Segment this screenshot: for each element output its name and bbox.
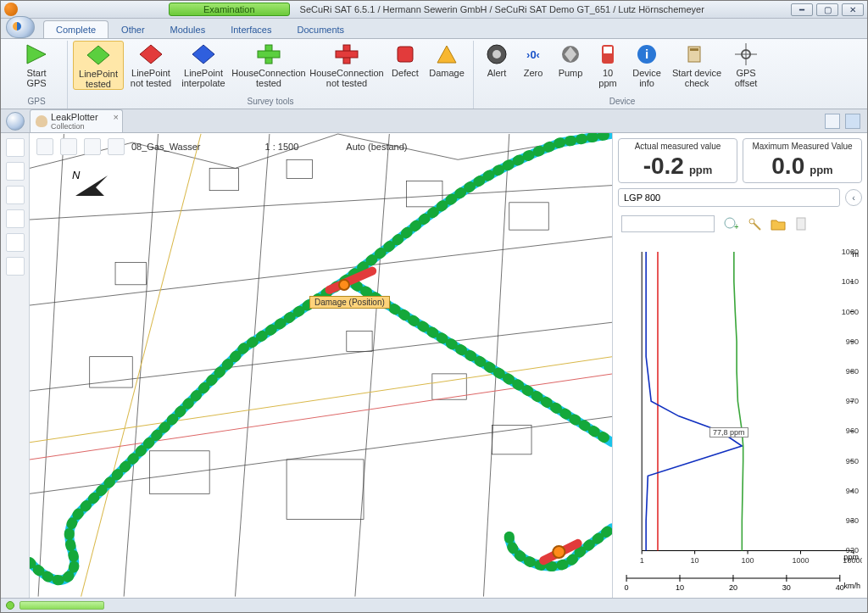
svg-marker-23 (75, 176, 108, 196)
tab-modules[interactable]: Modules (158, 20, 219, 38)
app-icon (4, 3, 18, 16)
svg-text:1010: 1010 (842, 277, 859, 286)
tool-arrow[interactable] (6, 162, 25, 181)
tool-select[interactable] (6, 138, 25, 157)
play-icon (22, 42, 51, 66)
svg-text:0: 0 (625, 583, 629, 592)
actual-value-box: Actual measured value -0.2 ppm (618, 138, 737, 183)
device-info-button[interactable]: i Device info (626, 41, 667, 88)
damage-marker-icon[interactable] (338, 279, 350, 291)
tab-leakplotter[interactable]: LeakPlotter Collection × (30, 109, 123, 132)
svg-rect-41 (797, 218, 805, 230)
filter-input[interactable] (621, 215, 715, 232)
tool-edit[interactable] (6, 186, 25, 204)
minimize-button[interactable]: ━ (791, 3, 813, 16)
doc-orb-icon[interactable] (6, 112, 25, 131)
examination-mode-button[interactable]: Examination (169, 3, 290, 16)
svg-marker-1 (87, 46, 109, 64)
doc-icon[interactable] (794, 216, 810, 231)
svg-text:10: 10 (676, 583, 684, 592)
map-btn-4[interactable] (108, 138, 125, 155)
svg-text:N: N (72, 169, 81, 181)
house-not-tested-button[interactable]: HouseConnection not tested (309, 41, 385, 90)
chart-annotation: 77,8 ppm (709, 427, 748, 437)
damage-label: Damage (Position) (309, 296, 390, 309)
map-viewport[interactable]: 08_Gas_Wasser 1 : 1500 Auto (bestand) N … (30, 133, 613, 598)
svg-rect-29 (115, 263, 146, 285)
svg-rect-26 (287, 159, 312, 178)
svg-rect-34 (287, 460, 364, 520)
start-gps-button[interactable]: Start GPS (11, 41, 62, 88)
house-tested-button[interactable]: HouseConnection tested (231, 41, 307, 90)
app-orb-button[interactable] (6, 16, 35, 38)
device-name-input[interactable] (618, 188, 840, 207)
damage-button[interactable]: Damage (426, 41, 468, 90)
panel-expand-button[interactable] (825, 114, 840, 129)
start-device-check-button[interactable]: Start device check (669, 41, 725, 88)
ribbon: Start GPS GPS LinePoint tested LinePoint… (1, 39, 867, 109)
svg-text:1000: 1000 (792, 556, 809, 565)
svg-marker-3 (192, 45, 214, 64)
close-button[interactable]: ✕ (842, 3, 864, 16)
tab-complete[interactable]: Complete (43, 20, 108, 38)
person-icon (36, 115, 47, 127)
svg-text:990: 990 (846, 337, 859, 346)
scale-label: 1 : 1500 (265, 142, 299, 152)
defect-button[interactable]: Defect (387, 41, 424, 90)
group-label-gps: GPS (27, 97, 45, 109)
svg-text:m: m (852, 250, 859, 259)
linepoint-tested-button[interactable]: LinePoint tested (73, 41, 124, 90)
map-btn-2[interactable] (60, 138, 77, 155)
svg-marker-0 (27, 45, 46, 64)
gps-offset-button[interactable]: GPS offset (726, 41, 765, 88)
svg-text:1: 1 (640, 556, 644, 565)
tool-add[interactable] (6, 257, 25, 276)
ten-ppm-button[interactable]: 10 ppm (591, 41, 625, 88)
svg-text:960: 960 (846, 427, 859, 436)
pump-button[interactable]: Pump (552, 41, 589, 88)
doctab-subtitle: Collection (51, 122, 98, 131)
device-prev-button[interactable]: ‹ (845, 189, 862, 206)
tab-documents[interactable]: Documents (284, 20, 357, 38)
linepoint-interpolate-button[interactable]: LinePoint interpolate (178, 41, 229, 90)
tab-other[interactable]: Other (108, 20, 158, 38)
statusbar (1, 598, 867, 612)
svg-rect-32 (492, 425, 531, 454)
svg-text:+: + (734, 222, 738, 231)
tab-close-icon[interactable]: × (114, 112, 119, 122)
maximize-button[interactable]: ▢ (816, 3, 838, 16)
folder-icon[interactable] (771, 216, 786, 231)
svg-text:20: 20 (729, 583, 737, 592)
svg-text:1000: 1000 (842, 308, 859, 316)
svg-rect-28 (509, 203, 548, 230)
status-progress (19, 601, 104, 610)
zero-button[interactable]: ›0‹ Zero (516, 41, 550, 88)
auto-label: Auto (bestand) (346, 142, 407, 152)
panel-dropdown-button[interactable] (845, 114, 860, 129)
svg-text:ppm: ppm (843, 553, 859, 561)
label: Start GPS (26, 68, 46, 88)
tool-polygon[interactable] (6, 233, 25, 252)
titlebar: Examination SeCuRi SAT 6.5.1 / Hermann S… (1, 1, 867, 19)
max-value: 0.0 (771, 153, 804, 180)
tool-measure[interactable] (6, 209, 25, 228)
max-value-box: Maximum Measured Value 0.0 ppm (743, 138, 862, 183)
map-btn-3[interactable] (84, 138, 101, 155)
status-led-icon (6, 601, 14, 610)
map-btn-1[interactable] (36, 138, 53, 155)
svg-text:970: 970 (846, 397, 859, 405)
svg-rect-5 (258, 51, 280, 58)
svg-text:950: 950 (846, 457, 859, 465)
alert-button[interactable]: Alert (479, 41, 515, 88)
linepoint-not-tested-button[interactable]: LinePoint not tested (125, 41, 176, 90)
key-icon[interactable] (747, 216, 762, 231)
svg-text:940: 940 (846, 487, 859, 495)
svg-text:980: 980 (846, 367, 859, 376)
ppm-chart: 920930940950960970980990100010101020 110… (618, 239, 862, 572)
globe-plus-icon[interactable]: + (723, 216, 738, 231)
right-panel: Actual measured value -0.2 ppm Maximum M… (613, 133, 867, 598)
svg-rect-15 (604, 47, 612, 53)
tab-interfaces[interactable]: Interfaces (218, 20, 284, 38)
window-title: SeCuRi SAT 6.5.1 / Hermann Sewerin GmbH … (295, 4, 791, 14)
map-canvas (30, 133, 612, 598)
